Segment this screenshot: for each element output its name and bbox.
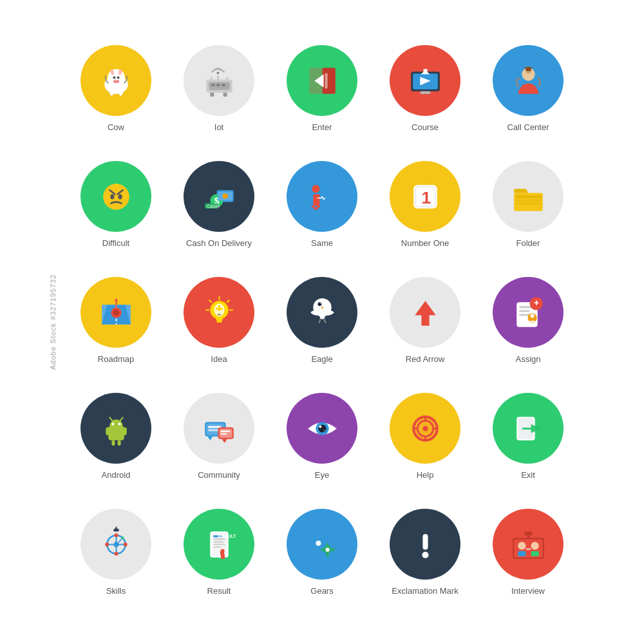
icon-circle-course — [390, 45, 460, 116]
icon-cell-callcenter[interactable]: Call Center — [477, 32, 580, 148]
svg-rect-178 — [531, 551, 538, 556]
icon-cell-idea[interactable]: Idea — [167, 264, 270, 380]
icon-label-folder: Folder — [516, 238, 540, 248]
svg-rect-24 — [216, 84, 220, 86]
icon-label-iot: Iot — [214, 122, 223, 132]
icon-cell-exit[interactable]: Exit — [477, 380, 580, 496]
svg-line-144 — [117, 538, 122, 544]
icon-circle-assign: + — [493, 277, 564, 348]
svg-rect-179 — [526, 548, 531, 549]
svg-rect-103 — [123, 427, 126, 435]
svg-point-5 — [117, 76, 119, 79]
svg-rect-102 — [106, 427, 109, 435]
icon-label-redarrow: Red Arrow — [406, 354, 445, 364]
svg-rect-115 — [220, 430, 229, 432]
icon-label-help: Help — [417, 470, 434, 480]
svg-rect-61 — [515, 199, 542, 201]
icon-cell-cow[interactable]: Cow — [64, 32, 167, 148]
icon-cell-eagle[interactable]: Eagle — [270, 264, 374, 380]
icon-label-difficult: Difficult — [102, 238, 129, 248]
svg-rect-181 — [524, 531, 532, 535]
icon-cell-android[interactable]: Android — [64, 380, 167, 496]
svg-point-42 — [110, 194, 114, 199]
svg-marker-117 — [222, 439, 227, 442]
svg-rect-169 — [321, 548, 324, 551]
svg-rect-170 — [331, 548, 334, 551]
svg-rect-111 — [208, 429, 218, 431]
svg-point-96 — [530, 314, 534, 317]
icon-circle-eagle — [287, 277, 357, 348]
svg-point-49 — [222, 193, 227, 198]
icon-label-eye: Eye — [315, 470, 329, 480]
svg-text:1: 1 — [421, 187, 431, 207]
svg-point-158 — [316, 540, 321, 545]
svg-point-6 — [113, 79, 119, 83]
icon-circle-help — [390, 393, 460, 464]
icon-cell-assign[interactable]: + Assign — [477, 264, 580, 380]
svg-rect-21 — [210, 92, 214, 96]
icon-cell-course[interactable]: Course — [374, 32, 477, 148]
svg-line-73 — [209, 300, 211, 302]
svg-line-107 — [120, 417, 122, 421]
icon-label-idea: Idea — [211, 354, 227, 364]
icon-cell-enter[interactable]: Enter — [270, 32, 374, 148]
svg-point-172 — [422, 551, 428, 558]
watermark-text: Adobe Stock #327195732 — [49, 274, 57, 370]
icon-cell-difficult[interactable]: Difficult — [64, 148, 167, 264]
svg-rect-23 — [211, 84, 214, 86]
icon-circle-callcenter — [493, 45, 564, 116]
svg-point-175 — [518, 542, 526, 549]
svg-point-20 — [216, 71, 219, 74]
icon-circle-same — [287, 161, 357, 232]
icon-circle-idea — [184, 277, 254, 348]
icon-cell-folder[interactable]: Folder — [477, 148, 580, 264]
icon-circle-enter — [287, 45, 357, 116]
icon-label-result: Result — [207, 586, 231, 596]
icon-circle-numberone: 1 — [390, 161, 460, 232]
icon-cell-skills[interactable]: Skills — [64, 496, 167, 612]
svg-point-43 — [118, 194, 122, 199]
icon-cell-cashondelivery[interactable]: $ CASH Cash On Delivery — [167, 148, 270, 264]
icon-label-callcenter: Call Center — [507, 122, 549, 132]
svg-rect-176 — [518, 551, 526, 556]
icon-circle-redarrow — [390, 277, 460, 348]
icon-cell-exclamation[interactable]: Exclamation Mark — [374, 496, 477, 612]
icon-grid: Cow Iot Enter Course Call Center — [52, 19, 592, 625]
svg-rect-29 — [325, 73, 327, 88]
svg-text:+: + — [533, 298, 538, 308]
icon-cell-gears[interactable]: Gears — [270, 496, 374, 612]
svg-rect-77 — [217, 314, 221, 315]
icon-cell-help[interactable]: Help — [374, 380, 477, 496]
svg-rect-145 — [113, 529, 118, 531]
icon-cell-iot[interactable]: Iot — [167, 32, 270, 148]
svg-rect-160 — [317, 551, 319, 554]
icon-circle-exclamation — [390, 509, 460, 580]
icon-cell-roadmap[interactable]: Roadmap — [64, 264, 167, 380]
icon-label-course: Course — [412, 122, 439, 132]
icon-cell-result[interactable]: RESULT Result — [167, 496, 270, 612]
icon-cell-redarrow[interactable]: Red Arrow — [374, 264, 477, 380]
svg-line-86 — [319, 319, 320, 323]
icon-cell-same[interactable]: Same — [270, 148, 374, 264]
svg-rect-152 — [213, 544, 225, 545]
svg-point-177 — [531, 542, 538, 549]
svg-point-85 — [319, 314, 325, 319]
icon-cell-interview[interactable]: Interview — [477, 496, 580, 612]
icon-cell-community[interactable]: Community — [167, 380, 270, 496]
svg-rect-167 — [326, 543, 328, 546]
svg-rect-90 — [519, 306, 532, 308]
svg-line-72 — [227, 300, 229, 302]
svg-rect-55 — [325, 194, 331, 205]
icon-label-roadmap: Roadmap — [98, 354, 134, 364]
svg-point-166 — [325, 547, 329, 551]
svg-point-101 — [118, 422, 120, 425]
svg-rect-34 — [423, 69, 427, 71]
svg-rect-91 — [519, 310, 529, 312]
svg-rect-161 — [310, 542, 314, 544]
icon-cell-numberone[interactable]: 1 Number One — [374, 148, 477, 264]
svg-point-100 — [111, 422, 114, 425]
svg-text:RESULT: RESULT — [218, 534, 236, 539]
icon-cell-eye[interactable]: Eye — [270, 380, 374, 496]
svg-point-44 — [115, 184, 117, 186]
icon-label-exit: Exit — [521, 470, 535, 480]
